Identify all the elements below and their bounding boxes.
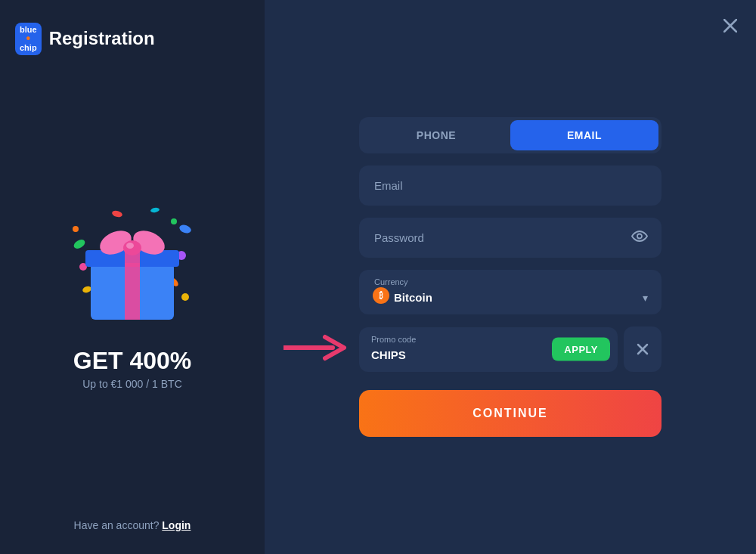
promo-percent: GET 400% xyxy=(73,347,192,375)
left-panel: blue • chip Registration xyxy=(0,0,265,554)
email-input[interactable] xyxy=(359,166,662,206)
currency-label: Currency xyxy=(374,277,408,286)
clear-promo-button[interactable] xyxy=(624,327,662,372)
gift-area: GET 400% Up to €1 000 / 1 BTC xyxy=(57,55,208,519)
email-field-group xyxy=(359,166,662,206)
tab-row: PHONE EMAIL xyxy=(359,117,662,153)
registration-modal: blue • chip Registration xyxy=(0,0,756,554)
currency-select[interactable]: Bitcoin Ethereum USD EUR xyxy=(359,270,662,314)
logo-area: blue • chip Registration xyxy=(15,23,155,55)
svg-point-13 xyxy=(171,218,177,224)
tab-email[interactable]: EMAIL xyxy=(510,120,658,150)
login-link[interactable]: Login xyxy=(162,519,191,531)
close-button[interactable] xyxy=(718,14,742,38)
svg-point-10 xyxy=(73,226,79,232)
apply-button[interactable]: APPLY xyxy=(552,338,610,361)
password-input[interactable] xyxy=(359,218,662,258)
password-field-group xyxy=(359,218,662,258)
promo-row: Promo code APPLY xyxy=(359,327,662,372)
promo-label: Promo code xyxy=(371,335,416,344)
app-title: Registration xyxy=(49,28,155,49)
right-panel: PHONE EMAIL Currency ₿ Bitcoin Ethereum xyxy=(265,0,756,554)
promo-text: GET 400% Up to €1 000 / 1 BTC xyxy=(73,347,192,390)
tab-phone[interactable]: PHONE xyxy=(362,120,510,150)
gift-illustration xyxy=(57,184,208,335)
promo-input-group: Promo code APPLY xyxy=(359,327,618,372)
svg-point-3 xyxy=(178,224,192,235)
svg-rect-16 xyxy=(125,263,140,320)
svg-point-23 xyxy=(637,234,642,238)
svg-point-9 xyxy=(150,207,160,213)
svg-point-8 xyxy=(111,210,123,218)
toggle-password-icon[interactable] xyxy=(631,230,648,246)
continue-button[interactable]: CONTINUE xyxy=(359,390,662,437)
promo-arrow xyxy=(284,334,348,364)
promo-sub: Up to €1 000 / 1 BTC xyxy=(73,378,192,390)
logo-dot: • xyxy=(26,34,31,44)
currency-field-group: Currency ₿ Bitcoin Ethereum USD EUR ▾ xyxy=(359,270,662,314)
bitcoin-icon: ₿ xyxy=(373,287,389,304)
login-text: Have an account? xyxy=(74,519,160,531)
svg-point-11 xyxy=(181,293,189,301)
svg-point-22 xyxy=(126,243,134,249)
logo-line2: chip xyxy=(20,44,37,52)
logo-box: blue • chip xyxy=(15,23,42,55)
svg-point-5 xyxy=(82,286,92,295)
svg-point-2 xyxy=(73,238,87,251)
login-area: Have an account? Login xyxy=(74,519,191,531)
